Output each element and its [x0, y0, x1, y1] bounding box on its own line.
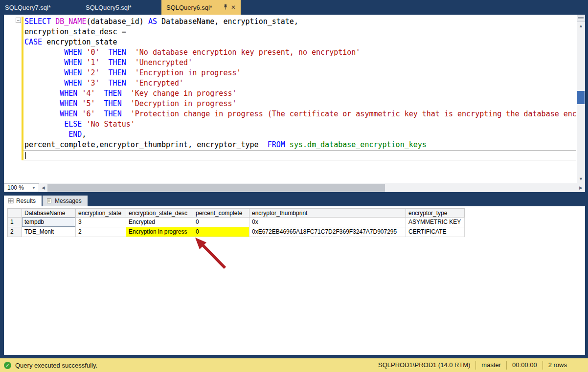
grid-header-cell[interactable]: DatabaseName — [22, 208, 76, 218]
scroll-up-icon[interactable]: ▲ — [577, 22, 585, 30]
grid-cell[interactable]: CERTIFICATE — [406, 227, 465, 237]
editor-bottom-bar: 100 % ▼ ◀ ▶ — [4, 183, 585, 192]
code-line: WHEN '5' THEN 'Decryption in progress' — [24, 99, 577, 109]
code-line: ELSE 'No Status' — [24, 119, 577, 130]
tab-label: SQLQuery5.sql* — [86, 4, 157, 11]
zoom-combobox[interactable]: 100 % ▼ — [4, 183, 39, 192]
scroll-right-icon[interactable]: ▶ — [577, 183, 585, 192]
code-line: WHEN '1' THEN 'Unencrypted' — [24, 58, 577, 68]
grid-header-cell[interactable]: encryptor_type — [406, 208, 465, 218]
tab-sqlquery7[interactable]: SQLQuery7.sql* — [0, 0, 81, 15]
message-icon — [46, 198, 52, 204]
horizontal-scrollbar[interactable] — [47, 183, 577, 192]
tab-results[interactable]: Results — [4, 196, 42, 206]
text-caret — [25, 152, 26, 159]
track-changes-bar — [22, 17, 23, 160]
grid-header-row: DatabaseNameencryption_stateencryption_s… — [7, 208, 465, 218]
grid-cell[interactable]: TDE_Monit — [22, 227, 76, 237]
code-line: encryption_state_desc = — [24, 27, 577, 37]
code-line: END, — [24, 130, 577, 140]
sql-editor[interactable]: − SELECT DB_NAME(database_id) AS Databas… — [4, 15, 577, 183]
grid-header-cell[interactable]: encryptor_thumbprint — [249, 208, 406, 218]
tab-messages-label: Messages — [55, 197, 82, 204]
code-line: SELECT DB_NAME(database_id) AS DatabaseN… — [24, 17, 577, 27]
grid-cell[interactable]: Encrypted — [126, 218, 193, 227]
status-elapsed-time: 00:00:00 — [506, 361, 543, 370]
grid-cell[interactable]: 3 — [76, 218, 126, 227]
tab-results-label: Results — [16, 197, 36, 204]
status-database: master — [475, 361, 506, 370]
status-message: Query executed successfully. — [15, 362, 97, 369]
grid-cell[interactable]: 0xE672EB46965A18FC71C7D2F369F3247A7D9072… — [249, 227, 406, 237]
status-bar: ✓ Query executed successfully. SQLPROD1\… — [0, 358, 588, 372]
current-line-indicator — [23, 150, 576, 160]
grid-header-cell[interactable]: encryption_state_desc — [126, 208, 193, 218]
tab-messages[interactable]: Messages — [43, 196, 88, 206]
grid-cell[interactable]: 0 — [193, 218, 249, 227]
table-row: 1tempdb3Encrypted00xASYMMETRIC KEY — [7, 218, 465, 227]
status-right-group: SQLPROD1\PROD1 (14.0 RTM) master 00:00:0… — [373, 358, 584, 372]
select-all-cell[interactable] — [7, 208, 22, 218]
code-line: WHEN '0' THEN 'No database encryption ke… — [24, 47, 577, 58]
results-grid[interactable]: DatabaseNameencryption_stateencryption_s… — [7, 208, 465, 237]
grid-header-cell[interactable]: encryption_state — [76, 208, 126, 218]
grid-cell[interactable]: 2 — [76, 227, 126, 237]
tab-sqlquery6[interactable]: SQLQuery6.sql* ✕ — [161, 0, 241, 15]
status-server: SQLPROD1\PROD1 (14.0 RTM) — [373, 361, 475, 370]
code-line: percent_complete,encryptor_thumbprint, e… — [24, 140, 577, 150]
grid-cell[interactable]: tempdb — [22, 218, 76, 227]
grid-cell[interactable]: ASYMMETRIC KEY — [406, 218, 465, 227]
grid-icon — [8, 198, 14, 204]
horizontal-scroll-thumb[interactable] — [47, 184, 385, 192]
code-line: WHEN '3' THEN 'Encrypted' — [24, 78, 577, 88]
results-tabstrip: Results Messages — [4, 196, 89, 206]
status-row-count: 2 rows — [543, 361, 572, 370]
tab-label: SQLQuery7.sql* — [5, 4, 76, 11]
row-number-cell[interactable]: 2 — [7, 227, 22, 237]
grid-header-cell[interactable]: percent_complete — [193, 208, 249, 218]
scroll-left-icon[interactable]: ◀ — [39, 183, 47, 192]
success-check-icon: ✓ — [4, 362, 11, 369]
code-line: CASE encryption_state — [24, 37, 577, 47]
code-line: WHEN '2' THEN 'Encryption in progress' — [24, 68, 577, 78]
splitter-handle[interactable] — [577, 15, 585, 22]
zoom-value: 100 % — [7, 184, 32, 191]
code-fold-icon[interactable]: − — [16, 18, 21, 23]
results-pane: DatabaseNameencryption_stateencryption_s… — [4, 206, 585, 355]
tab-sqlquery5[interactable]: SQLQuery5.sql* — [81, 0, 161, 15]
vertical-scroll-thumb[interactable] — [577, 91, 585, 104]
table-row: 2TDE_Monit2Encryption in progress00xE672… — [7, 227, 465, 237]
grid-cell[interactable]: 0 — [193, 227, 249, 237]
tab-label: SQLQuery6.sql* — [166, 4, 220, 11]
row-number-cell[interactable]: 1 — [7, 218, 22, 227]
scroll-down-icon[interactable]: ▼ — [577, 175, 585, 183]
document-tabbar: SQLQuery7.sql* SQLQuery5.sql* SQLQuery6.… — [0, 0, 588, 15]
pin-icon[interactable] — [223, 4, 228, 11]
close-icon[interactable]: ✕ — [231, 5, 236, 10]
code-line: WHEN '4' THEN 'Key change in progress' — [24, 88, 577, 99]
chevron-down-icon: ▼ — [32, 186, 36, 190]
grid-cell[interactable]: 0x — [249, 218, 406, 227]
grid-cell[interactable]: Encryption in progress — [126, 227, 193, 237]
code-line: WHEN '6' THEN 'Protection change in prog… — [24, 109, 577, 119]
vertical-scrollbar[interactable]: ▲ ▼ — [577, 15, 585, 192]
